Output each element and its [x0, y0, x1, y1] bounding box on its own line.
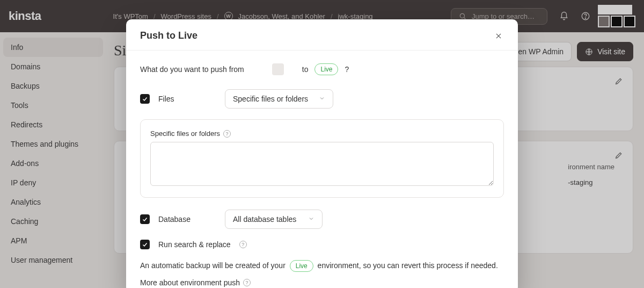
- modal-body: What do you want to push from to Live ? …: [126, 51, 518, 288]
- backup-note: An automatic backup will be created of y…: [140, 260, 504, 272]
- check-icon: [142, 96, 148, 102]
- backup-note-after: environment, so you can revert this proc…: [318, 261, 498, 270]
- push-to-live-modal: Push to Live What do you want to push fr…: [126, 19, 518, 288]
- close-icon: [495, 32, 502, 40]
- files-fieldset: Specific files or folders ?: [140, 119, 504, 198]
- modal-header: Push to Live: [126, 19, 518, 51]
- to-word: to: [302, 65, 309, 74]
- info-icon[interactable]: ?: [223, 130, 231, 138]
- search-replace-label: Run search & replace: [158, 240, 231, 249]
- info-icon: ?: [243, 279, 251, 286]
- files-textarea[interactable]: [150, 142, 494, 186]
- database-select[interactable]: All database tables: [225, 210, 323, 229]
- search-replace-row: Run search & replace ?: [140, 240, 504, 249]
- info-icon[interactable]: ?: [239, 241, 247, 248]
- search-replace-checkbox[interactable]: [140, 240, 150, 249]
- backup-note-before: An automatic backup will be created of y…: [140, 261, 286, 270]
- chevron-down-icon: [308, 215, 314, 224]
- files-field-label-text: Specific files or folders: [150, 129, 220, 138]
- files-select-value: Specific files or folders: [233, 95, 308, 103]
- more-link-text: More about environment push: [140, 278, 240, 287]
- close-button[interactable]: [493, 31, 504, 41]
- files-field-label: Specific files or folders ?: [150, 129, 494, 138]
- database-row: Database All database tables: [140, 210, 504, 229]
- files-row: Files Specific files or folders: [140, 89, 504, 109]
- more-link[interactable]: More about environment push ?: [140, 278, 504, 287]
- modal-title: Push to Live: [140, 30, 197, 41]
- chevron-down-icon: [319, 95, 325, 103]
- question-prefix: What do you want to push from: [140, 65, 244, 74]
- live-chip-inline: Live: [290, 260, 313, 272]
- question-mark: ?: [345, 65, 349, 74]
- check-icon: [142, 241, 148, 248]
- database-select-value: All database tables: [233, 215, 296, 224]
- files-label: Files: [158, 95, 216, 103]
- target-env-chip: Live: [314, 63, 338, 75]
- source-env-chip: [272, 63, 284, 75]
- push-question: What do you want to push from to Live ?: [140, 63, 504, 75]
- files-select[interactable]: Specific files or folders: [225, 89, 333, 109]
- database-label: Database: [158, 215, 216, 224]
- files-checkbox[interactable]: [140, 94, 150, 104]
- database-checkbox[interactable]: [140, 214, 150, 224]
- check-icon: [142, 216, 148, 222]
